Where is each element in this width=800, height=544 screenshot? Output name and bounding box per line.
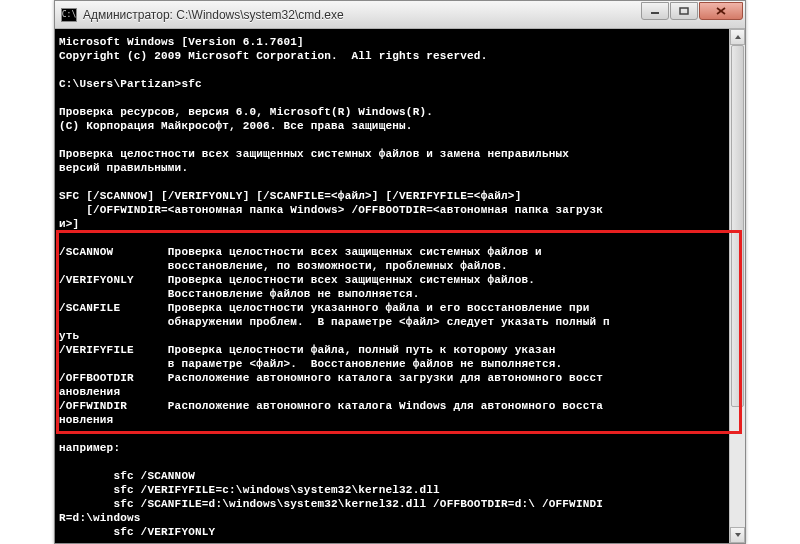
out-line: версий правильными.	[59, 162, 188, 174]
minimize-icon	[650, 7, 660, 15]
out-line: в параметре <файл>. Восстановление файло…	[59, 358, 562, 370]
out-line: R=d:\windows	[59, 512, 141, 524]
out-line: C:\Users\Partizan>sfc	[59, 78, 202, 90]
scroll-down-button[interactable]	[730, 527, 745, 543]
out-line: Copyright (c) 2009 Microsoft Corporation…	[59, 50, 487, 62]
out-line: SFC [/SCANNOW] [/VERIFYONLY] [/SCANFILE=…	[59, 190, 521, 202]
titlebar[interactable]: C:\ Администратор: C:\Windows\system32\c…	[55, 1, 745, 29]
out-line: Проверка ресурсов, версия 6.0, Microsoft…	[59, 106, 433, 118]
close-button[interactable]	[699, 2, 743, 20]
out-line: Восстановление файлов не выполняется.	[59, 288, 419, 300]
maximize-button[interactable]	[670, 2, 698, 20]
out-line: /VERIFYFILE Проверка целостности файла, …	[59, 344, 555, 356]
chevron-up-icon	[734, 34, 742, 40]
window-controls	[641, 2, 743, 20]
out-line: Проверка целостности всех защищенных сис…	[59, 148, 569, 160]
svg-marker-4	[735, 35, 741, 39]
out-line: sfc /VERIFYFILE=c:\windows\system32\kern…	[59, 484, 440, 496]
terminal-area: Microsoft Windows [Version 6.1.7601] Cop…	[55, 29, 745, 543]
out-line: и>]	[59, 218, 79, 230]
out-line: /OFFBOOTDIR Расположение автономного кат…	[59, 372, 603, 384]
out-line: Microsoft Windows [Version 6.1.7601]	[59, 36, 304, 48]
out-line: ановления	[59, 386, 120, 398]
svg-rect-1	[680, 8, 688, 14]
out-line: уть	[59, 330, 79, 342]
out-line: [/OFFWINDIR=<автономная папка Windows> /…	[59, 204, 603, 216]
terminal-output[interactable]: Microsoft Windows [Version 6.1.7601] Cop…	[55, 29, 729, 543]
svg-marker-5	[735, 533, 741, 537]
cmd-window: C:\ Администратор: C:\Windows\system32\c…	[54, 0, 746, 544]
out-line: новления	[59, 414, 113, 426]
scroll-up-button[interactable]	[730, 29, 745, 45]
cmd-icon: C:\	[61, 8, 77, 22]
out-line: (C) Корпорация Майкрософт, 2006. Все пра…	[59, 120, 413, 132]
out-line: sfc /SCANNOW	[59, 470, 195, 482]
out-line: /VERIFYONLY Проверка целостности всех за…	[59, 274, 535, 286]
out-line: восстановление, по возможности, проблемн…	[59, 260, 508, 272]
out-line: sfc /SCANFILE=d:\windows\system32\kernel…	[59, 498, 603, 510]
out-line: /SCANFILE Проверка целостности указанног…	[59, 302, 589, 314]
close-icon	[716, 7, 726, 15]
vertical-scrollbar	[729, 29, 745, 543]
out-line: например:	[59, 442, 120, 454]
scroll-thumb[interactable]	[731, 45, 744, 407]
minimize-button[interactable]	[641, 2, 669, 20]
out-line: sfc /VERIFYONLY	[59, 526, 215, 538]
scroll-track[interactable]	[730, 45, 745, 527]
window-title: Администратор: C:\Windows\system32\cmd.e…	[83, 8, 344, 22]
out-line: /SCANNOW Проверка целостности всех защищ…	[59, 246, 542, 258]
out-line: /OFFWINDIR Расположение автономного ката…	[59, 400, 603, 412]
maximize-icon	[679, 7, 689, 15]
chevron-down-icon	[734, 532, 742, 538]
out-line: обнаружении проблем. В параметре <файл> …	[59, 316, 610, 328]
